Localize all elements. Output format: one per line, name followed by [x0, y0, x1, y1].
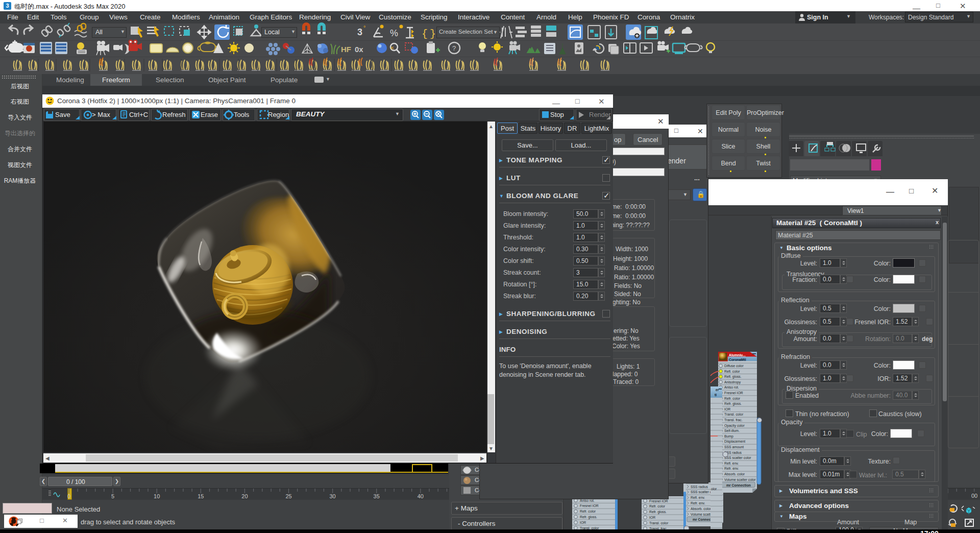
svg-text:IOR: IOR — [580, 521, 586, 524]
svg-text:Transl. color: Transl. color — [724, 413, 744, 416]
svg-text:10: 10 — [154, 493, 160, 499]
svg-text:Self-illum.: Self-illum. — [724, 429, 740, 432]
svg-text:Refr. color: Refr. color — [724, 397, 741, 400]
svg-text:Refr. env.: Refr. env. — [691, 501, 705, 505]
svg-text:30: 30 — [329, 493, 335, 499]
svg-text:tl: tl — [715, 393, 717, 397]
svg-text:{ }: { } — [422, 28, 436, 40]
svg-text:35: 35 — [374, 493, 380, 499]
svg-text:Refr. color: Refr. color — [649, 504, 666, 508]
svg-text:Bump: Bump — [724, 434, 733, 439]
svg-text:Diffuse color: Diffuse color — [724, 364, 744, 368]
svg-text:Refl. env.: Refl. env. — [691, 496, 705, 499]
svg-text:CoronaMtl: CoronaMtl — [729, 358, 746, 361]
svg-text:°: ° — [363, 25, 365, 31]
svg-text:IOR: IOR — [724, 407, 730, 411]
svg-text:25: 25 — [285, 493, 291, 499]
svg-text:40: 40 — [418, 493, 424, 499]
svg-text:20: 20 — [241, 493, 248, 499]
svg-text:SSS radius: SSS radius — [691, 485, 708, 489]
svg-text:Refr. gloss.: Refr. gloss. — [580, 515, 597, 519]
svg-text:Anisotropy: Anisotropy — [724, 380, 741, 384]
svg-text:Refl. env.: Refl. env. — [724, 462, 739, 465]
svg-text:%: % — [390, 28, 398, 38]
svg-text:SSS amount: SSS amount — [724, 445, 744, 449]
svg-text:15: 15 — [198, 493, 204, 499]
svg-text:Displacement: Displacement — [724, 440, 745, 444]
svg-text:Aniso rot.: Aniso rot. — [724, 385, 739, 389]
svg-text:IOR: IOR — [649, 516, 655, 519]
svg-text:er: er — [716, 388, 719, 392]
svg-text:Refr. env.: Refr. env. — [724, 467, 739, 470]
svg-text:Refr. gloss.: Refr. gloss. — [724, 402, 742, 406]
svg-text:Refl. color: Refl. color — [724, 370, 740, 373]
svg-text:?: ? — [452, 44, 456, 52]
svg-text:0x: 0x — [355, 45, 363, 54]
svg-text:Fresnel IOR: Fresnel IOR — [649, 499, 668, 503]
svg-text:Refr. gloss.: Refr. gloss. — [649, 510, 667, 514]
svg-text:mr Connection: mr Connection — [726, 483, 751, 487]
svg-text:3: 3 — [357, 27, 362, 37]
svg-text:0: 0 — [67, 493, 70, 499]
svg-text:Transl. color: Transl. color — [649, 521, 669, 525]
svg-text:Volume scatter color: Volume scatter color — [724, 478, 756, 481]
svg-text:Alumniu...: Alumniu... — [729, 353, 746, 357]
svg-text:K: K — [391, 45, 394, 51]
svg-text:Absorb. color: Absorb. color — [691, 507, 712, 511]
svg-text:Fresnel IOR: Fresnel IOR — [580, 504, 599, 507]
svg-text:Opacity color: Opacity color — [724, 424, 745, 428]
svg-text:HF: HF — [341, 45, 351, 54]
svg-text:Refl. gloss.: Refl. gloss. — [724, 375, 742, 379]
svg-text:Fresnel IOR: Fresnel IOR — [724, 391, 743, 395]
svg-text:olor: olor — [711, 487, 717, 491]
svg-text:5: 5 — [111, 493, 114, 499]
svg-text:Absorb. color: Absorb. color — [724, 472, 745, 476]
svg-text:Transl. frac.: Transl. frac. — [724, 418, 743, 422]
svg-text:SSS scatter color: SSS scatter color — [724, 456, 751, 459]
svg-text:Refr. color: Refr. color — [580, 510, 596, 513]
